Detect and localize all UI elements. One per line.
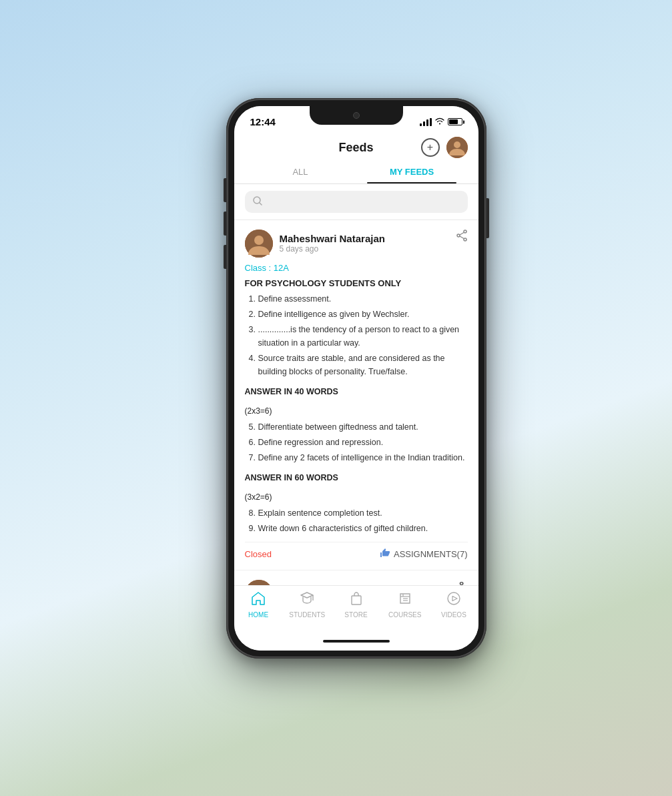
svg-point-24	[448, 592, 460, 605]
post-footer-1: Closed ASSIGNMENTS(7)	[245, 542, 468, 560]
svg-point-6	[464, 230, 466, 233]
assignments-label: ASSIGNMENTS(7)	[394, 549, 468, 559]
home-indicator	[234, 632, 478, 651]
phone-frame: 12:44	[226, 98, 486, 659]
svg-line-3	[260, 203, 262, 205]
battery-icon	[448, 118, 462, 125]
store-icon	[349, 591, 364, 609]
nav-store-label: STORE	[344, 611, 367, 619]
avatar-1	[245, 230, 273, 258]
svg-line-10	[460, 236, 464, 239]
author-name-1: Maheshwari Natarajan	[280, 233, 385, 244]
nav-videos[interactable]: VIDEOS	[429, 591, 478, 619]
list-item: ..............is the tendency of a perso…	[258, 323, 468, 350]
signal-icon	[420, 118, 432, 126]
notch	[310, 106, 403, 125]
svg-point-1	[454, 141, 460, 148]
tab-my-feeds[interactable]: MY FEEDS	[356, 160, 468, 183]
svg-line-9	[460, 232, 464, 235]
svg-point-11	[245, 580, 273, 585]
courses-icon	[398, 591, 412, 609]
feed-tabs: ALL MY FEEDS	[245, 160, 468, 183]
list-item: Explain sentence completion test.	[258, 506, 468, 520]
closed-badge: Closed	[245, 549, 272, 559]
avatar[interactable]	[446, 137, 468, 158]
list-item: Define intelligence as given by Wechsler…	[258, 308, 468, 321]
page-title: Feeds	[338, 141, 373, 155]
nav-home[interactable]: HOME	[234, 591, 283, 619]
post-time-1: 5 days ago	[280, 244, 385, 254]
list-item: Define regression and repression.	[258, 436, 468, 449]
post-badge: 8	[459, 580, 464, 585]
header-actions: +	[420, 137, 468, 158]
scene: 12:44	[0, 0, 672, 796]
thumb-icon	[380, 548, 390, 560]
nav-courses[interactable]: COURSES	[380, 591, 429, 619]
post-class-1: Class : 12A	[245, 263, 468, 273]
post-header-1: Maheshwari Natarajan 5 days ago	[245, 230, 468, 258]
svg-point-7	[464, 238, 466, 241]
add-icon[interactable]: +	[421, 138, 440, 157]
list-item: Differentiate between giftedness and tal…	[258, 420, 468, 434]
add-button[interactable]: +	[420, 137, 441, 158]
post-meta-1: Maheshwari Natarajan 5 days ago	[280, 233, 385, 254]
search-bar	[234, 184, 478, 220]
post-header-2: Maheshwari Natarajan 5 days ago 8	[245, 580, 468, 585]
status-icons	[420, 117, 462, 127]
home-line	[323, 640, 390, 643]
phone-screen: 12:44	[234, 106, 478, 651]
post-meta-2: Maheshwari Natarajan 5 days ago	[280, 583, 385, 584]
share-button-1[interactable]	[456, 230, 468, 244]
tab-all[interactable]: ALL	[245, 160, 356, 183]
post-author-2: Maheshwari Natarajan 5 days ago	[245, 580, 385, 585]
svg-point-8	[457, 234, 460, 237]
author-name-2: Maheshwari Natarajan	[280, 583, 385, 584]
post-author-1: Maheshwari Natarajan 5 days ago	[245, 230, 385, 258]
feed-post-1: Maheshwari Natarajan 5 days ago	[234, 220, 478, 570]
bottom-nav: HOME STUDENTS	[234, 585, 478, 632]
section-label-2: ANSWER IN 40 WORDS	[245, 385, 468, 398]
profile-avatar[interactable]	[446, 137, 468, 158]
section-sub-3: (3x2=6)	[245, 491, 468, 504]
search-input-wrap[interactable]	[245, 191, 468, 213]
home-icon	[251, 591, 266, 609]
header-top: Feeds +	[245, 141, 468, 160]
svg-rect-19	[352, 596, 361, 605]
feed-post-2: Maheshwari Natarajan 5 days ago 8	[234, 570, 478, 585]
students-icon	[300, 591, 314, 609]
feed-content: Maheshwari Natarajan 5 days ago	[234, 220, 478, 585]
screen-inner: 12:44	[234, 106, 478, 651]
search-icon	[253, 196, 262, 208]
list-item: Define any 2 facets of intelligence in t…	[258, 451, 468, 464]
app-header: Feeds +	[234, 135, 478, 184]
nav-store[interactable]: STORE	[332, 591, 380, 619]
wifi-icon	[435, 117, 444, 127]
post-subject-1: FOR PSYCHOLOGY STUDENTS ONLY	[245, 278, 468, 288]
assignments-button[interactable]: ASSIGNMENTS(7)	[380, 548, 468, 560]
phone-wrapper: 12:44	[226, 98, 486, 659]
list-item: Write down 6 characteristics of gifted c…	[258, 522, 468, 535]
status-time: 12:44	[250, 116, 276, 127]
section-sub-2: (2x3=6)	[245, 405, 468, 418]
list-item: Define assessment.	[258, 292, 468, 306]
nav-students[interactable]: STUDENTS	[283, 591, 332, 619]
nav-students-label: STUDENTS	[289, 611, 325, 619]
nav-courses-label: COURSES	[388, 611, 421, 619]
list-item: Source traits are stable, and are consid…	[258, 352, 468, 378]
camera	[353, 112, 360, 119]
videos-icon	[446, 591, 461, 609]
nav-home-label: HOME	[248, 611, 268, 619]
section-label-3: ANSWER IN 60 WORDS	[245, 471, 468, 484]
nav-videos-label: VIDEOS	[441, 611, 466, 619]
avatar-2	[245, 580, 273, 585]
svg-point-5	[254, 236, 264, 245]
post-body-1: Define assessment. Define intelligence a…	[245, 292, 468, 535]
